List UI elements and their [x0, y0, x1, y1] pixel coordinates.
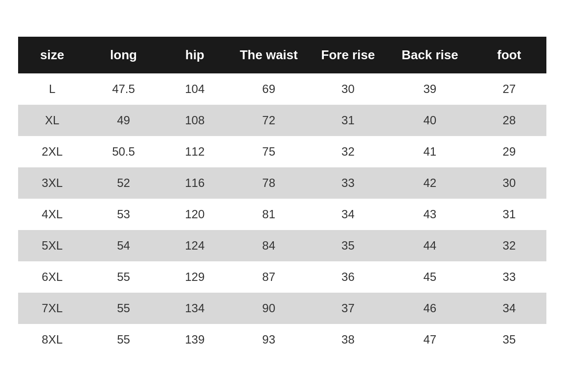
cell-long: 53 [87, 199, 160, 230]
cell-long: 55 [87, 261, 160, 293]
cell-foot: 34 [472, 293, 546, 324]
cell-long: 52 [87, 167, 160, 199]
cell-long: 49 [87, 105, 160, 136]
table-row: 3XL5211678334230 [18, 167, 546, 199]
table-header-row: size long hip The waist Fore rise Back r… [18, 37, 546, 73]
cell-size: 5XL [18, 230, 87, 261]
cell-hip: 139 [160, 324, 229, 355]
cell-waist: 90 [229, 293, 308, 324]
cell-foot: 30 [472, 167, 546, 199]
table-body: L47.510469303927XL49108723140282XL50.511… [18, 73, 546, 355]
header-foot: foot [472, 37, 546, 73]
cell-size: L [18, 73, 87, 105]
table-row: 7XL5513490374634 [18, 293, 546, 324]
table-row: 6XL5512987364533 [18, 261, 546, 293]
table-row: XL4910872314028 [18, 105, 546, 136]
cell-fore_rise: 33 [308, 167, 387, 199]
cell-fore_rise: 30 [308, 73, 387, 105]
cell-fore_rise: 32 [308, 136, 387, 167]
cell-back_rise: 40 [387, 105, 472, 136]
cell-foot: 35 [472, 324, 546, 355]
cell-long: 50.5 [87, 136, 160, 167]
size-chart-container: size long hip The waist Fore rise Back r… [18, 37, 546, 355]
header-waist: The waist [229, 37, 308, 73]
cell-size: 6XL [18, 261, 87, 293]
table-row: 5XL5412484354432 [18, 230, 546, 261]
cell-long: 55 [87, 324, 160, 355]
cell-hip: 116 [160, 167, 229, 199]
cell-foot: 29 [472, 136, 546, 167]
table-row: 8XL5513993384735 [18, 324, 546, 355]
cell-back_rise: 42 [387, 167, 472, 199]
size-chart-table: size long hip The waist Fore rise Back r… [18, 37, 546, 355]
cell-fore_rise: 35 [308, 230, 387, 261]
cell-back_rise: 41 [387, 136, 472, 167]
cell-waist: 81 [229, 199, 308, 230]
cell-size: 8XL [18, 324, 87, 355]
cell-hip: 112 [160, 136, 229, 167]
cell-waist: 87 [229, 261, 308, 293]
cell-waist: 93 [229, 324, 308, 355]
cell-waist: 84 [229, 230, 308, 261]
cell-size: 2XL [18, 136, 87, 167]
cell-size: 3XL [18, 167, 87, 199]
cell-back_rise: 43 [387, 199, 472, 230]
cell-fore_rise: 38 [308, 324, 387, 355]
cell-waist: 75 [229, 136, 308, 167]
cell-back_rise: 47 [387, 324, 472, 355]
cell-hip: 104 [160, 73, 229, 105]
cell-size: XL [18, 105, 87, 136]
table-row: 2XL50.511275324129 [18, 136, 546, 167]
header-long: long [87, 37, 160, 73]
cell-size: 4XL [18, 199, 87, 230]
cell-back_rise: 39 [387, 73, 472, 105]
cell-fore_rise: 34 [308, 199, 387, 230]
header-hip: hip [160, 37, 229, 73]
cell-fore_rise: 31 [308, 105, 387, 136]
cell-back_rise: 44 [387, 230, 472, 261]
cell-foot: 32 [472, 230, 546, 261]
cell-long: 54 [87, 230, 160, 261]
cell-hip: 124 [160, 230, 229, 261]
cell-size: 7XL [18, 293, 87, 324]
header-back-rise: Back rise [387, 37, 472, 73]
header-size: size [18, 37, 87, 73]
cell-foot: 28 [472, 105, 546, 136]
cell-foot: 31 [472, 199, 546, 230]
cell-back_rise: 45 [387, 261, 472, 293]
cell-waist: 78 [229, 167, 308, 199]
cell-hip: 134 [160, 293, 229, 324]
cell-back_rise: 46 [387, 293, 472, 324]
cell-fore_rise: 37 [308, 293, 387, 324]
table-row: 4XL5312081344331 [18, 199, 546, 230]
cell-hip: 129 [160, 261, 229, 293]
cell-waist: 72 [229, 105, 308, 136]
cell-long: 55 [87, 293, 160, 324]
header-fore-rise: Fore rise [308, 37, 387, 73]
cell-hip: 120 [160, 199, 229, 230]
cell-foot: 27 [472, 73, 546, 105]
cell-fore_rise: 36 [308, 261, 387, 293]
table-row: L47.510469303927 [18, 73, 546, 105]
cell-waist: 69 [229, 73, 308, 105]
cell-long: 47.5 [87, 73, 160, 105]
cell-foot: 33 [472, 261, 546, 293]
cell-hip: 108 [160, 105, 229, 136]
